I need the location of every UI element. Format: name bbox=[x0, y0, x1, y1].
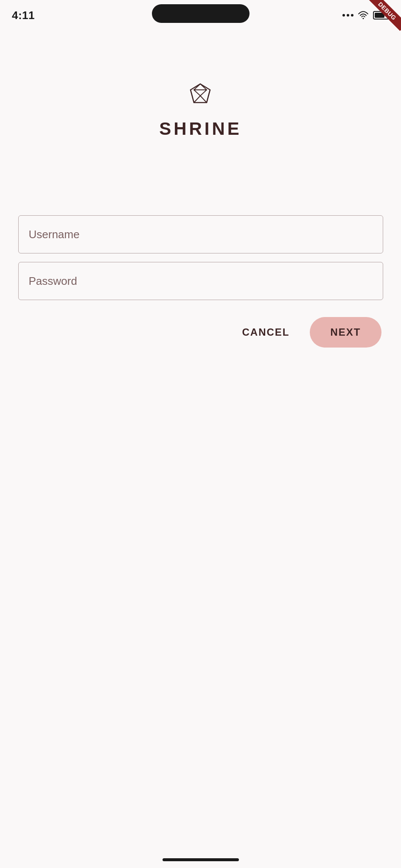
signal-icon bbox=[342, 14, 353, 17]
main-content: SHRINE CANCEL NEXT bbox=[0, 81, 401, 348]
svg-line-3 bbox=[191, 90, 194, 103]
status-bar: 4:11 bbox=[0, 0, 401, 25]
cancel-button[interactable]: CANCEL bbox=[233, 320, 298, 345]
debug-badge: DEBUG bbox=[367, 0, 401, 34]
logo-container: SHRINE bbox=[159, 81, 242, 139]
status-time: 4:11 bbox=[12, 9, 35, 22]
svg-line-5 bbox=[194, 96, 200, 103]
buttons-row: CANCEL NEXT bbox=[18, 317, 383, 348]
next-button[interactable]: NEXT bbox=[310, 317, 381, 348]
svg-line-6 bbox=[200, 96, 207, 103]
svg-line-4 bbox=[207, 90, 210, 103]
password-input[interactable] bbox=[18, 262, 383, 300]
notch bbox=[152, 4, 250, 23]
username-input[interactable] bbox=[18, 215, 383, 253]
home-indicator bbox=[163, 858, 239, 861]
form-container: CANCEL NEXT bbox=[18, 215, 383, 348]
app-title: SHRINE bbox=[159, 119, 242, 139]
debug-label: DEBUG bbox=[367, 0, 401, 31]
shrine-logo-icon bbox=[185, 81, 215, 110]
